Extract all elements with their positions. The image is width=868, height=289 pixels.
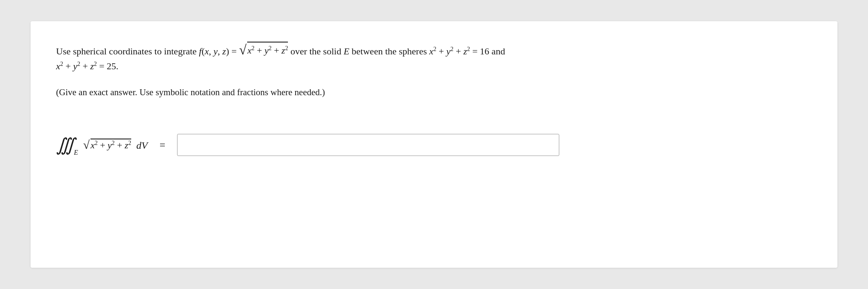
problem-statement: Use spherical coordinates to integrate f… xyxy=(56,42,812,74)
answer-input[interactable] xyxy=(177,134,559,156)
integrand: √ x2 + y2 + z2 dV xyxy=(83,139,148,151)
integral-notation: ∭ E √ x2 + y2 + z2 dV xyxy=(56,136,148,154)
equals-sign: = xyxy=(160,139,166,151)
main-card: Use spherical coordinates to integrate f… xyxy=(31,21,837,268)
hint-text: (Give an exact answer. Use symbolic nota… xyxy=(56,85,812,100)
triple-integral-symbol: ∭ xyxy=(56,136,73,154)
integral-subscript: E xyxy=(74,149,78,156)
answer-row: ∭ E √ x2 + y2 + z2 dV = xyxy=(56,134,812,156)
